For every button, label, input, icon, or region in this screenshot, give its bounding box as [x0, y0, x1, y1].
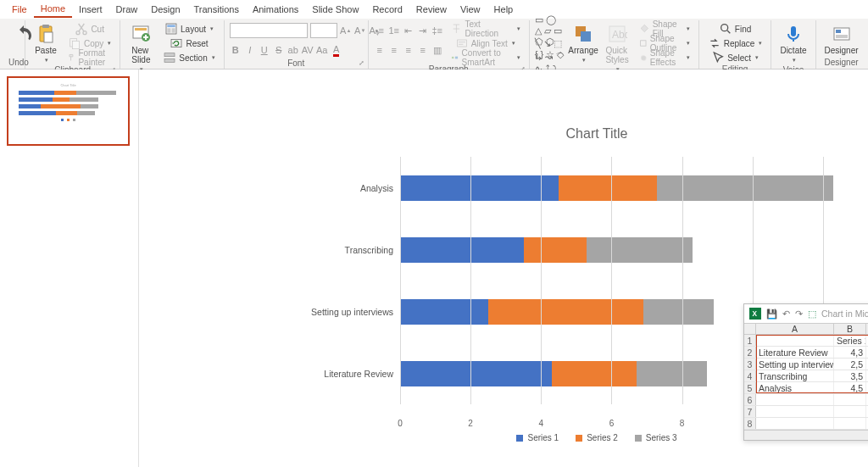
menu-record[interactable]: Record [365, 2, 409, 17]
shapes-gallery[interactable]: ▭ ◯ △ ▱ ▭ ⬠ ⬡ ╲ ↘ ⬚ { } ☆ ◇ ↳ ↝ ⌒ ∿ ⤴ ⤵ … [535, 22, 565, 76]
italic-icon[interactable]: I [244, 44, 256, 56]
svg-rect-28 [791, 26, 796, 36]
slide-thumbnail-1[interactable]: Chart Title [7, 76, 130, 146]
align-right-icon[interactable]: ≡ [403, 44, 415, 56]
font-family-combo[interactable] [230, 23, 308, 38]
col-header[interactable]: A [756, 324, 834, 334]
replace-button[interactable]: Replace▾ [704, 36, 766, 50]
designer-button[interactable]: Designer [821, 22, 862, 57]
cell[interactable]: Analysis [756, 382, 834, 393]
bar-segment-series1 [400, 299, 488, 325]
decrease-font-icon[interactable]: A▼ [354, 25, 366, 36]
menu-animations[interactable]: Animations [246, 2, 305, 17]
open-excel-icon[interactable]: ⬚ [808, 309, 816, 319]
cell[interactable]: Transcribing [756, 370, 834, 381]
slide-canvas[interactable]: Chart Title AnalysisTranscribingSetting … [139, 69, 868, 467]
cell[interactable]: 3,5 [834, 370, 866, 381]
line-spacing-icon[interactable]: ‡≡ [431, 25, 443, 36]
dictate-button[interactable]: Dictate▾ [776, 22, 810, 65]
sheet-undo-icon[interactable]: ↶ [782, 309, 790, 319]
char-spacing-icon[interactable]: AV [302, 44, 314, 56]
menu-transitions[interactable]: Transitions [187, 2, 246, 17]
select-button[interactable]: Select▾ [704, 51, 766, 64]
category-label: Analysis [300, 183, 400, 193]
cell[interactable] [834, 394, 866, 405]
paste-button[interactable]: Paste▾ [31, 22, 61, 65]
indent-dec-icon[interactable]: ⇤ [403, 25, 415, 36]
cell[interactable]: 4,3 [834, 347, 866, 358]
layout-button[interactable]: Layout▾ [159, 22, 218, 36]
arrange-button[interactable]: Arrange▾ [568, 22, 598, 65]
numbering-icon[interactable]: 1≡ [388, 25, 400, 36]
menu-design[interactable]: Design [144, 2, 186, 17]
menu-help[interactable]: Help [487, 2, 520, 17]
bold-icon[interactable]: B [230, 44, 242, 56]
text-direction-button[interactable]: Text Direction▾ [447, 22, 524, 36]
cut-button[interactable]: Cut [64, 22, 114, 36]
gridline [682, 157, 683, 404]
bar-segment-series1 [400, 237, 524, 263]
bar-segment-series3 [657, 175, 833, 201]
cell[interactable] [756, 335, 834, 346]
svg-text:X: X [753, 310, 758, 318]
justify-icon[interactable]: ≡ [417, 44, 429, 56]
cell[interactable] [756, 394, 834, 405]
convert-smartart-button[interactable]: Convert to SmartArt▾ [447, 51, 524, 64]
font-size-combo[interactable] [310, 23, 337, 38]
change-case-icon[interactable]: Aa [316, 44, 328, 56]
menu-draw[interactable]: Draw [109, 2, 145, 17]
strike-icon[interactable]: S [273, 44, 285, 56]
cell[interactable] [834, 418, 866, 429]
menu-home[interactable]: Home [34, 1, 72, 18]
menu-slide-show[interactable]: Slide Show [305, 2, 365, 17]
cell[interactable] [756, 418, 834, 429]
cell[interactable] [756, 406, 834, 417]
chart-data-titlebar[interactable]: X 💾 ↶ ↷ ⬚ Chart in Microsoft PowerPoint [744, 304, 868, 323]
reset-button[interactable]: Reset [159, 36, 218, 50]
cell[interactable]: Series 1 [834, 335, 866, 346]
group-undo-label: Undo [8, 58, 19, 68]
font-color-icon[interactable]: A [331, 44, 342, 56]
sheet-redo-icon[interactable]: ↷ [795, 309, 803, 319]
legend-item: Series 3 [635, 433, 677, 442]
underline-icon[interactable]: U [259, 44, 270, 56]
cell[interactable] [834, 406, 866, 417]
cell[interactable]: 2,5 [834, 359, 866, 370]
x-tick-label: 2 [468, 419, 473, 428]
find-button[interactable]: Find [704, 22, 766, 36]
indent-inc-icon[interactable]: ⇥ [417, 25, 429, 36]
menu-file[interactable]: File [5, 2, 34, 17]
bullets-icon[interactable]: •≡ [374, 25, 386, 36]
menu-review[interactable]: Review [409, 2, 453, 17]
format-painter-button[interactable]: Format Painter [64, 51, 114, 64]
gridline [611, 157, 612, 404]
save-icon[interactable]: 💾 [766, 309, 777, 320]
cell[interactable]: Setting up interviews [756, 359, 834, 370]
x-tick-label: 0 [398, 419, 403, 428]
menu-view[interactable]: View [453, 2, 487, 17]
columns-icon[interactable]: ▥ [431, 44, 443, 56]
bar-segment-series3 [643, 299, 714, 325]
bar-segment-series1 [400, 175, 559, 201]
svg-rect-17 [457, 40, 466, 47]
svg-rect-1 [42, 25, 49, 28]
workspace: Chart Title Chart Title AnalysisTranscri… [0, 69, 868, 467]
spreadsheet-scrollbar[interactable] [744, 430, 868, 440]
chart-data-window[interactable]: X 💾 ↶ ↷ ⬚ Chart in Microsoft PowerPoint … [743, 303, 868, 441]
menu-insert[interactable]: Insert [72, 2, 109, 17]
excel-icon: X [749, 308, 761, 320]
col-header[interactable]: B [834, 324, 866, 334]
new-slide-button[interactable]: New Slide▾ [125, 22, 156, 75]
quick-styles-button[interactable]: AbcQuick Styles▾ [602, 22, 632, 75]
cell[interactable]: Literature Review [756, 347, 834, 358]
increase-font-icon[interactable]: A▲ [340, 25, 352, 36]
align-left-icon[interactable]: ≡ [374, 44, 386, 56]
gridline [470, 157, 471, 404]
section-button[interactable]: Section▾ [159, 51, 218, 64]
shadow-icon[interactable]: ab [287, 44, 299, 56]
spreadsheet-grid[interactable]: ABCDEF1Series 1Series 2Series 32Literatu… [744, 323, 868, 430]
shape-effects-button[interactable]: Shape Effects▾ [636, 51, 693, 64]
slide-panel[interactable]: Chart Title [0, 69, 139, 467]
cell[interactable]: 4,5 [834, 382, 866, 393]
align-center-icon[interactable]: ≡ [388, 44, 400, 56]
